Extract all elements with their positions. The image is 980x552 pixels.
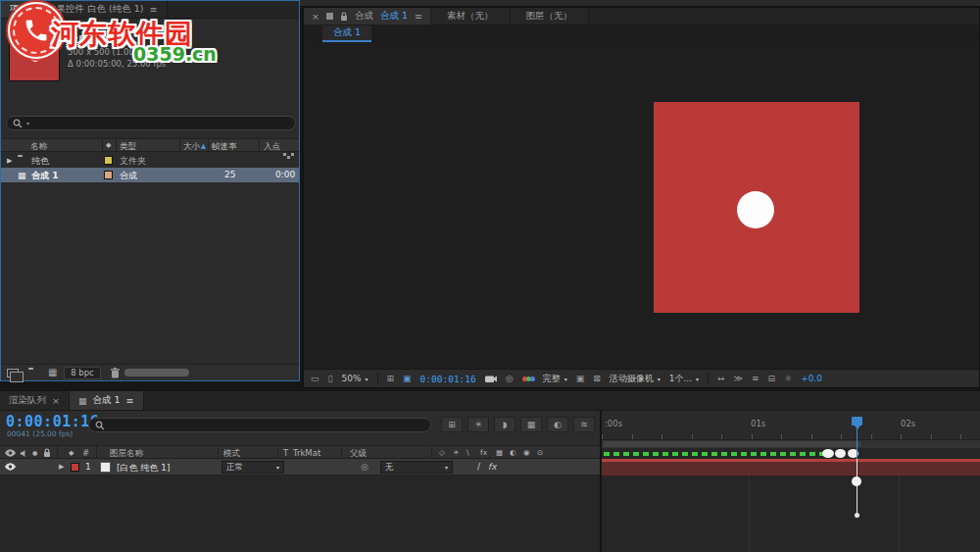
motion-blur-button[interactable]: ◐ xyxy=(547,417,568,432)
view-lock-icon[interactable]: ▭ xyxy=(311,374,319,383)
expander-icon[interactable]: ▶ xyxy=(7,157,12,165)
view-layout-select[interactable]: 1个... ▾ xyxy=(669,373,699,385)
viewer-timecode[interactable]: 0:00:01:16 xyxy=(420,374,476,384)
playhead-handle[interactable] xyxy=(852,417,862,426)
lock-icon[interactable] xyxy=(43,448,51,458)
switch-frame-blend-icon[interactable]: ▦ xyxy=(496,448,503,457)
region-of-interest-icon[interactable]: ▣ xyxy=(576,374,585,383)
layer-label-chip[interactable] xyxy=(71,463,79,472)
keyframe-marker-small[interactable] xyxy=(855,513,859,518)
timeline-search-input[interactable] xyxy=(88,418,431,432)
grid-guides-icon[interactable]: ⊞ xyxy=(387,374,395,383)
timeline-button-icon[interactable]: ≡ xyxy=(752,374,760,383)
project-search-input[interactable]: ▾ xyxy=(6,116,296,130)
label-color-chip[interactable] xyxy=(104,156,113,165)
eye-icon[interactable] xyxy=(5,449,16,457)
column-inpoint[interactable]: 入点 xyxy=(264,141,280,153)
white-circle-shape[interactable] xyxy=(737,191,774,228)
exposure-value[interactable]: +0.0 xyxy=(801,374,822,383)
keyframe-marker[interactable] xyxy=(852,477,861,486)
trash-icon[interactable] xyxy=(111,368,120,378)
new-composition-icon[interactable]: ▦ xyxy=(48,367,57,377)
hide-shy-button[interactable]: ◗ xyxy=(494,417,515,432)
close-icon[interactable]: × xyxy=(312,11,319,22)
switch-collapse-icon[interactable]: ☀ xyxy=(453,448,460,457)
draft-3d-button[interactable]: ☀ xyxy=(467,417,489,432)
panel-menu-icon[interactable]: ≡ xyxy=(415,11,422,22)
project-row-solids-folder[interactable]: ▶ 纯色 文件夹 xyxy=(1,153,299,168)
layer-duration-bar[interactable] xyxy=(602,459,980,477)
close-icon[interactable]: × xyxy=(52,395,60,406)
switch-fx-icon[interactable]: fx xyxy=(480,448,487,457)
tab-layer[interactable]: 图层（无） xyxy=(511,8,590,25)
interpret-footage-icon[interactable] xyxy=(7,369,19,377)
column-t[interactable]: T xyxy=(283,448,288,458)
eye-icon[interactable] xyxy=(5,463,16,471)
parent-pickwhip-icon[interactable]: ◎ xyxy=(361,462,368,472)
audio-icon[interactable] xyxy=(20,449,28,458)
keyframe-blob[interactable] xyxy=(835,449,846,458)
camera-view-select[interactable]: 活动摄像机 ▾ xyxy=(610,373,661,385)
switch-adjustment-icon[interactable]: ◉ xyxy=(523,448,530,457)
column-type[interactable]: 类型 xyxy=(120,141,136,153)
switch-motion-blur-icon[interactable]: ◐ xyxy=(510,448,516,457)
index-column[interactable]: # xyxy=(82,448,89,458)
fast-preview-icon[interactable]: ≫ xyxy=(734,374,743,383)
column-size[interactable]: 大小 xyxy=(183,141,200,153)
horizontal-scrollbar[interactable] xyxy=(124,369,189,376)
column-tag-icon[interactable]: ◆ xyxy=(106,141,111,149)
layer-row-1[interactable]: ▶ 1 [白色 纯色 1] 正常 ▾ ◎ 无 ▾ / fx xyxy=(0,459,600,476)
fx-toggle-icon[interactable]: fx xyxy=(488,462,497,472)
color-depth-button[interactable]: 8 bpc xyxy=(64,367,101,379)
search-icon xyxy=(13,119,23,128)
layer-name[interactable]: [白色 纯色 1] xyxy=(117,462,170,475)
label-color-chip[interactable] xyxy=(104,171,113,179)
frame-counter: 00041 (25.00 fps) xyxy=(7,429,73,438)
viewer-subtab-comp1[interactable]: 合成 1 xyxy=(322,25,371,42)
column-name[interactable]: 名称 xyxy=(30,141,47,153)
magnification-select[interactable]: 50% ▾ xyxy=(341,374,368,383)
red-solid-composition[interactable] xyxy=(654,102,859,313)
mini-flowchart-button[interactable]: ⊞ xyxy=(441,417,463,432)
keyframe-blob[interactable] xyxy=(822,449,834,458)
composition-canvas[interactable] xyxy=(304,43,979,369)
tab-footage[interactable]: 素材（无） xyxy=(431,8,511,25)
playhead-line[interactable] xyxy=(857,427,858,459)
timeline-track-area[interactable]: :00s 01s 02s xyxy=(600,411,980,552)
current-timecode[interactable]: 0:00:01:16 xyxy=(6,413,99,430)
solid-swatch[interactable] xyxy=(100,462,111,473)
sort-ascending-icon[interactable]: ▲ xyxy=(201,142,206,150)
flowchart-button-icon[interactable]: ⊟ xyxy=(768,374,776,383)
snapshot-camera-icon[interactable] xyxy=(485,375,497,383)
work-area-segment[interactable] xyxy=(604,441,860,447)
work-area-bar[interactable] xyxy=(602,440,980,448)
expander-icon[interactable]: ▶ xyxy=(59,463,64,471)
show-channels-icon[interactable] xyxy=(522,376,534,381)
reset-exposure-icon[interactable]: ☼ xyxy=(784,374,792,383)
lock-icon[interactable] xyxy=(340,12,348,22)
tab-render-queue[interactable]: 渲染队列 × xyxy=(0,391,70,410)
show-snapshot-icon[interactable]: ◎ xyxy=(506,374,514,383)
parent-select[interactable]: 无 ▾ xyxy=(380,461,453,474)
graph-editor-button[interactable]: ≋ xyxy=(573,417,595,432)
blend-mode-select[interactable]: 正常 ▾ xyxy=(221,461,284,474)
switch-3d-icon[interactable]: ⊙ xyxy=(537,448,543,457)
tab-timeline-comp1[interactable]: ▦ 合成 1 ≡ xyxy=(70,391,144,410)
column-framerate[interactable]: 帧速率 xyxy=(212,141,237,153)
switch-shy-icon[interactable]: ◇ xyxy=(439,448,445,457)
pixel-aspect-icon[interactable]: ↔ xyxy=(717,374,725,383)
label-column-icon[interactable]: ◆ xyxy=(69,449,74,457)
quality-toggle-icon[interactable]: / xyxy=(477,462,480,472)
column-trkmat[interactable]: TrkMat xyxy=(293,448,320,458)
resolution-select[interactable]: 完整 ▾ xyxy=(543,373,567,385)
solo-icon[interactable]: ● xyxy=(32,449,37,456)
frame-blend-button[interactable]: ▦ xyxy=(520,417,542,432)
project-row-comp1[interactable]: ▦ 合成 1 合成 25 0:00 xyxy=(1,168,299,182)
switch-quality-icon[interactable]: \ xyxy=(466,448,469,457)
mask-path-visibility-icon[interactable]: ▣ xyxy=(403,374,412,383)
transparency-grid-icon[interactable]: ⊠ xyxy=(593,374,601,383)
panel-menu-icon[interactable]: ≡ xyxy=(126,395,134,406)
tab-composition[interactable]: × 合成 合成 1 ≡ xyxy=(304,8,431,25)
time-ruler[interactable]: :00s 01s 02s xyxy=(602,411,980,440)
always-preview-icon[interactable]: ▯ xyxy=(328,374,333,383)
